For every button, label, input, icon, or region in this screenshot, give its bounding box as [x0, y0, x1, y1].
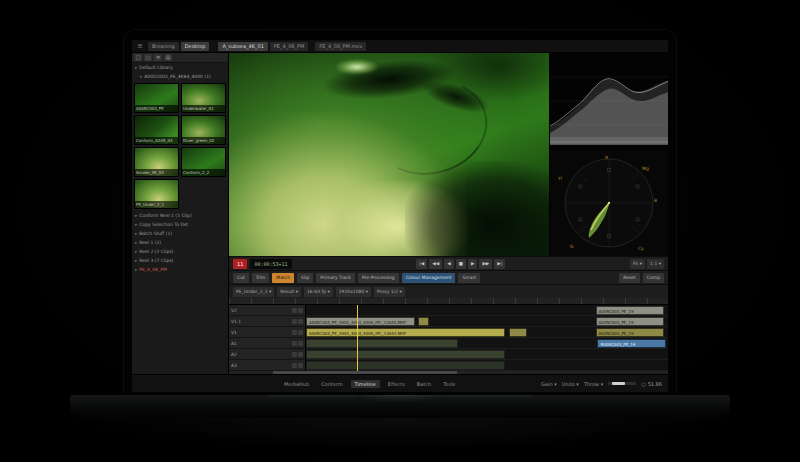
- timeline-clip[interactable]: A005C003_PE_1943_4094_4000_IPC_13043.MXF: [306, 328, 505, 337]
- viewer-dark-corner: [405, 161, 549, 256]
- tree-item-pe-4-08-pm[interactable]: ▸PE_4_08_PM: [132, 265, 228, 274]
- track-toggle[interactable]: [298, 308, 303, 313]
- pre-processing-button[interactable]: Pre-Processing: [358, 273, 399, 283]
- play-button[interactable]: ▶: [468, 259, 477, 269]
- bottom-tab-effects[interactable]: Effects: [384, 380, 409, 388]
- timeline-clip[interactable]: A005C003_PE_19: [596, 317, 665, 326]
- tab-browsing[interactable]: Browsing: [148, 42, 179, 51]
- timeline-ruler[interactable]: [229, 298, 668, 305]
- tab-a-subsea-4k-01[interactable]: A_subsea_4K_01: [218, 42, 267, 51]
- tree-item-reel-3-7-clips[interactable]: ▸Reel 3 (7 Clips): [132, 256, 228, 265]
- track-toggle[interactable]: [298, 330, 303, 335]
- track-header-v1[interactable]: V1: [229, 327, 305, 338]
- stop-button[interactable]: ■: [456, 259, 466, 269]
- go-end-button[interactable]: ▶|: [494, 259, 505, 269]
- 1920x1080-dropdown[interactable]: 1920x1080 ▾: [336, 287, 371, 297]
- cut-button[interactable]: Cut: [233, 273, 249, 283]
- bottom-tab-timeline[interactable]: Timeline: [351, 380, 380, 388]
- timeline-clip[interactable]: [306, 361, 505, 370]
- clip-thumbnail-conform-a005-04[interactable]: Conform_A005_04: [134, 115, 179, 145]
- tab-pe-4-08-pm[interactable]: PE_4_08_PM: [270, 42, 309, 51]
- result-dropdown[interactable]: Result ▾: [277, 287, 301, 297]
- track-header-a3[interactable]: A3: [229, 360, 305, 371]
- tl-tracks[interactable]: A005C003_PE_19A005C003_PE_1920_4094_4000…: [306, 305, 668, 371]
- comp-button[interactable]: Comp: [643, 273, 664, 283]
- bottom-item-gain[interactable]: Gain ▾: [541, 381, 557, 387]
- track-toggle[interactable]: [298, 352, 303, 357]
- track-toggle[interactable]: [292, 308, 297, 313]
- tree-item-default-library[interactable]: ▸Default Library: [132, 63, 228, 72]
- trim-button[interactable]: Trim: [252, 273, 270, 283]
- go-start-button[interactable]: |◀: [416, 259, 427, 269]
- grid-view-icon[interactable]: ▤: [164, 54, 172, 61]
- timeline-clip[interactable]: [509, 328, 527, 337]
- bottom-tab-tools[interactable]: Tools: [439, 380, 459, 388]
- timeline-clip[interactable]: [306, 339, 458, 348]
- track-toggle[interactable]: [292, 352, 297, 357]
- clip-thumbnail-smoke-4k-03[interactable]: Smoke_4K_03: [134, 147, 179, 177]
- tree-item-copy-selection-to-dst[interactable]: ▸Copy Selection To Dst: [132, 220, 228, 229]
- tree-item-conform-reel-1-1-clip[interactable]: ▸Conform Reel 1 (1 Clip): [132, 211, 228, 220]
- playhead[interactable]: [357, 305, 358, 371]
- timeline-clip[interactable]: A005C003_PE_19: [596, 328, 665, 337]
- track-toggle[interactable]: [298, 363, 303, 368]
- tree-item-reel-1-2[interactable]: ▸Reel 1 (2): [132, 238, 228, 247]
- bottom-tab-conform[interactable]: Conform: [317, 380, 346, 388]
- clip-thumbnail-pe-under-2-1[interactable]: PE_Under_2_1: [134, 179, 179, 209]
- track-toggle[interactable]: [298, 341, 303, 346]
- tree-item-batch-stuff-1[interactable]: ▸Batch Stuff (1): [132, 229, 228, 238]
- smart-button[interactable]: Smart: [458, 273, 480, 283]
- 1-1-dropdown[interactable]: 1:1 ▾: [647, 259, 664, 269]
- colour-management-button[interactable]: Colour Management: [402, 273, 456, 283]
- timeline-clip[interactable]: [306, 350, 505, 359]
- viewer[interactable]: [229, 53, 549, 256]
- timeline-clip[interactable]: [418, 317, 429, 326]
- reset-button[interactable]: Reset: [619, 273, 640, 283]
- fast-forward-button[interactable]: ▶▶: [479, 259, 492, 269]
- tab-pe-4-08-pm-mov[interactable]: PE_4_08_PM.mov: [315, 42, 366, 51]
- play-reverse-button[interactable]: ◀: [444, 259, 453, 269]
- fit-dropdown[interactable]: Fit ▾: [630, 259, 645, 269]
- folder-icon[interactable]: □: [134, 54, 142, 61]
- clip-thumbnail-label: Conform_A005_04: [135, 137, 178, 144]
- rewind-button[interactable]: ◀◀: [429, 259, 442, 269]
- track-header-v1-1[interactable]: V1.1: [229, 316, 305, 327]
- bottom-tab-batch[interactable]: Batch: [413, 380, 435, 388]
- bottom-tab-mediahub[interactable]: MediaHub: [280, 380, 313, 388]
- clip-thumbnail-a005c003-pe[interactable]: A005C003_PE: [134, 83, 179, 113]
- pe-under-2-1-dropdown[interactable]: PE_Under_2_1 ▾: [233, 287, 274, 297]
- view-row: PE_Under_2_1 ▾Result ▾16-bit fp ▾1920x10…: [229, 284, 668, 298]
- tree-item-reel-2-2-clips[interactable]: ▸Reel 2 (2 Clips): [132, 247, 228, 256]
- timeline-clip[interactable]: A005C003_PE_19: [596, 306, 665, 315]
- bottom-item-undo[interactable]: Undo ▾: [562, 381, 579, 387]
- clip-thumbnail-diver-green-02[interactable]: Diver_green_02: [181, 115, 226, 145]
- search-icon[interactable]: ○: [144, 54, 152, 61]
- primary-track-button[interactable]: Primary Track: [316, 273, 355, 283]
- clip-thumbnail-label: Underwater_A1: [182, 105, 225, 112]
- track-header-a1[interactable]: A1: [229, 338, 305, 349]
- clip-thumbnail-conform-2-2[interactable]: Conform_2_2: [181, 147, 226, 177]
- bottom-slider-thumb[interactable]: [612, 382, 625, 385]
- slip-button[interactable]: Slip: [297, 273, 313, 283]
- track-toggle[interactable]: [292, 319, 297, 324]
- tree-item-a005c003-pe-4k84-4000-1[interactable]: ▸A005C003_PE_4K84_4000 (1): [132, 72, 228, 81]
- timeline-clip[interactable]: R005C003_PE_19: [597, 339, 666, 348]
- bottom-slider[interactable]: [608, 382, 636, 385]
- bottom-item-throw[interactable]: Throw ▾: [584, 381, 603, 387]
- track-toggle[interactable]: [292, 330, 297, 335]
- list-view-icon[interactable]: ≡: [154, 54, 162, 61]
- menu-icon[interactable]: ≡: [135, 40, 145, 53]
- track-toggle[interactable]: [292, 341, 297, 346]
- tab-desktop[interactable]: Desktop: [181, 42, 210, 51]
- track-toggle[interactable]: [298, 319, 303, 324]
- match-button[interactable]: Match: [272, 273, 294, 283]
- proxy-1-2-dropdown[interactable]: Proxy 1/2 ▾: [374, 287, 405, 297]
- clip-thumbnail-label: PE_Under_2_1: [135, 201, 178, 208]
- track-header-a2[interactable]: A2: [229, 349, 305, 360]
- track-header-v2[interactable]: V2: [229, 305, 305, 316]
- timeline-clip[interactable]: A005C003_PE_1920_4094_4000_IPC_13043.MXF: [306, 317, 415, 326]
- track-toggle[interactable]: [292, 363, 297, 368]
- clip-thumbnail-underwater-a1[interactable]: Underwater_A1: [181, 83, 226, 113]
- 16-bit-fp-dropdown[interactable]: 16-bit fp ▾: [304, 287, 333, 297]
- laptop-screen: ≡ BrowsingDesktop A_subsea_4K_01PE_4_08_…: [132, 40, 668, 392]
